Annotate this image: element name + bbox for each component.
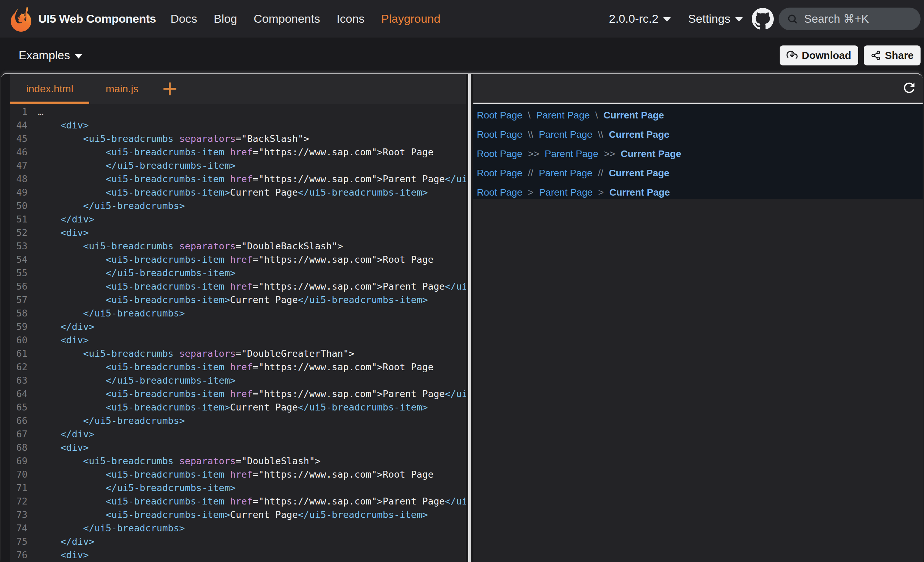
code-text: <div> xyxy=(38,333,89,347)
code-line: 76 <div> xyxy=(10,548,466,562)
tab-main-js[interactable]: main.js xyxy=(90,74,155,103)
breadcrumb-link[interactable]: Root Page xyxy=(477,129,522,140)
examples-dropdown[interactable]: Examples xyxy=(19,49,82,62)
code-line: 53 <ui5-breadcrumbs separators="DoubleBa… xyxy=(10,239,466,253)
breadcrumb-link[interactable]: Root Page xyxy=(477,168,522,179)
code-text: </ui5-breadcrumbs-item> xyxy=(38,481,236,495)
download-button[interactable]: Download xyxy=(780,45,858,66)
add-tab-button[interactable] xyxy=(156,74,184,103)
breadcrumb-separator: > xyxy=(598,187,604,198)
code-editor[interactable]: 1…44 <div>45 <ui5-breadcrumbs separators… xyxy=(10,103,466,562)
code-text: <ui5-breadcrumbs-item>Current Page</ui5-… xyxy=(38,508,428,522)
line-number: 74 xyxy=(10,522,27,535)
line-number: 68 xyxy=(10,441,27,454)
code-text: </ui5-breadcrumbs-item> xyxy=(38,374,236,387)
chevron-down-icon xyxy=(663,17,671,22)
breadcrumb-link[interactable]: Root Page xyxy=(477,187,522,198)
breadcrumb-link[interactable]: Parent Page xyxy=(539,187,593,198)
share-icon xyxy=(871,50,881,61)
breadcrumb-link[interactable]: Parent Page xyxy=(536,110,590,121)
share-label: Share xyxy=(885,49,914,61)
breadcrumb-separator: \\ xyxy=(528,129,533,140)
line-number: 59 xyxy=(10,320,27,333)
code-text: </ui5-breadcrumbs> xyxy=(38,306,185,320)
settings-dropdown[interactable]: Settings xyxy=(688,12,743,25)
settings-label: Settings xyxy=(688,12,730,25)
search-placeholder: Search ⌘+K xyxy=(804,12,869,25)
code-line: 57 <ui5-breadcrumbs-item>Current Page</u… xyxy=(10,293,466,306)
github-icon[interactable] xyxy=(752,8,774,30)
version-dropdown[interactable]: 2.0.0-rc.2 xyxy=(609,12,671,25)
breadcrumb-link[interactable]: Parent Page xyxy=(539,168,592,179)
code-line: 48 <ui5-breadcrumbs-item href="https://w… xyxy=(10,172,466,186)
nav-item-icons[interactable]: Icons xyxy=(337,12,364,25)
breadcrumb-current: Current Page xyxy=(609,129,669,140)
code-line: 54 <ui5-breadcrumbs-item href="https://w… xyxy=(10,253,466,266)
line-number: 75 xyxy=(10,535,27,548)
line-number: 52 xyxy=(10,226,27,239)
code-line: 63 </ui5-breadcrumbs-item> xyxy=(10,374,466,387)
code-text: <div> xyxy=(38,548,89,562)
code-text: <ui5-breadcrumbs-item>Current Page</ui5-… xyxy=(38,293,428,306)
playground-workspace: index.html main.js 1…44 <div>45 <ui5-bre… xyxy=(1,73,922,562)
line-number: 63 xyxy=(10,374,27,387)
breadcrumb-link[interactable]: Parent Page xyxy=(539,129,592,140)
line-number: 57 xyxy=(10,293,27,306)
breadcrumb-link[interactable]: Parent Page xyxy=(544,148,598,159)
code-text: <ui5-breadcrumbs-item href="https://www.… xyxy=(38,145,434,159)
tab-label: main.js xyxy=(106,83,138,95)
breadcrumb-separator: // xyxy=(598,168,604,179)
code-line: 66 </ui5-breadcrumbs> xyxy=(10,414,466,427)
line-number: 67 xyxy=(10,427,27,441)
line-number: 71 xyxy=(10,481,27,495)
breadcrumb-link[interactable]: Root Page xyxy=(477,148,522,159)
ui5-logo-icon[interactable] xyxy=(10,6,32,32)
preview-panel: Root Page\Parent Page\Current PageRoot P… xyxy=(473,74,922,562)
code-text: <ui5-breadcrumbs separators="DoubleSlash… xyxy=(38,454,320,468)
code-line: 55 </ui5-breadcrumbs-item> xyxy=(10,266,466,280)
refresh-icon[interactable] xyxy=(901,80,917,96)
nav-item-docs[interactable]: Docs xyxy=(171,12,197,25)
line-number: 76 xyxy=(10,548,27,562)
breadcrumb-current: Current Page xyxy=(609,187,670,198)
breadcrumb-current: Current Page xyxy=(621,148,681,159)
code-line: 60 <div> xyxy=(10,333,466,347)
breadcrumb-link[interactable]: Root Page xyxy=(477,110,522,121)
download-icon xyxy=(786,50,798,61)
split-handle[interactable] xyxy=(466,74,473,562)
code-text: </ui5-breadcrumbs-item> xyxy=(38,266,236,280)
share-button[interactable]: Share xyxy=(864,45,921,66)
code-line: 49 <ui5-breadcrumbs-item>Current Page</u… xyxy=(10,186,466,199)
code-text: <div> xyxy=(38,441,89,454)
code-text: <ui5-breadcrumbs separators="DoubleBackS… xyxy=(38,239,343,253)
code-text: <ui5-breadcrumbs-item href="https://www.… xyxy=(38,253,434,266)
code-text: <div> xyxy=(38,118,89,132)
code-line: 69 <ui5-breadcrumbs separators="DoubleSl… xyxy=(10,454,466,468)
search-input[interactable]: Search ⌘+K xyxy=(778,7,921,30)
line-number: 62 xyxy=(10,360,27,374)
breadcrumb-separator: // xyxy=(528,168,533,179)
breadcrumbs-row: Root Page\Parent Page\Current Page xyxy=(477,108,922,123)
line-number: 61 xyxy=(10,347,27,360)
nav-item-playground[interactable]: Playground xyxy=(381,12,440,25)
tab-index-html[interactable]: index.html xyxy=(10,74,90,103)
code-line: 74 </ui5-breadcrumbs> xyxy=(10,522,466,535)
code-line: 62 <ui5-breadcrumbs-item href="https://w… xyxy=(10,360,466,374)
code-text: <ui5-breadcrumbs separators="DoubleGreat… xyxy=(38,347,354,360)
code-text: </ui5-breadcrumbs> xyxy=(38,522,185,535)
breadcrumbs-row: Root Page>>Parent Page>>Current Page xyxy=(477,146,922,162)
code-line: 51 </div> xyxy=(10,213,466,226)
breadcrumb-separator: \ xyxy=(596,110,598,121)
code-line: 47 </ui5-breadcrumbs-item> xyxy=(10,159,466,172)
breadcrumb-current: Current Page xyxy=(609,168,669,179)
preview-toolbar xyxy=(473,74,922,103)
brand-title: UI5 Web Components xyxy=(38,12,156,25)
line-number: 44 xyxy=(10,118,27,132)
nav-item-components[interactable]: Components xyxy=(254,12,320,25)
code-text: <ui5-breadcrumbs-item href="https://www.… xyxy=(38,280,466,293)
code-text: <ui5-breadcrumbs-item href="https://www.… xyxy=(38,360,434,374)
line-number: 72 xyxy=(10,495,27,508)
code-text: </ui5-breadcrumbs> xyxy=(38,199,185,213)
code-text: <ui5-breadcrumbs-item href="https://www.… xyxy=(38,172,466,186)
nav-item-blog[interactable]: Blog xyxy=(214,12,237,25)
